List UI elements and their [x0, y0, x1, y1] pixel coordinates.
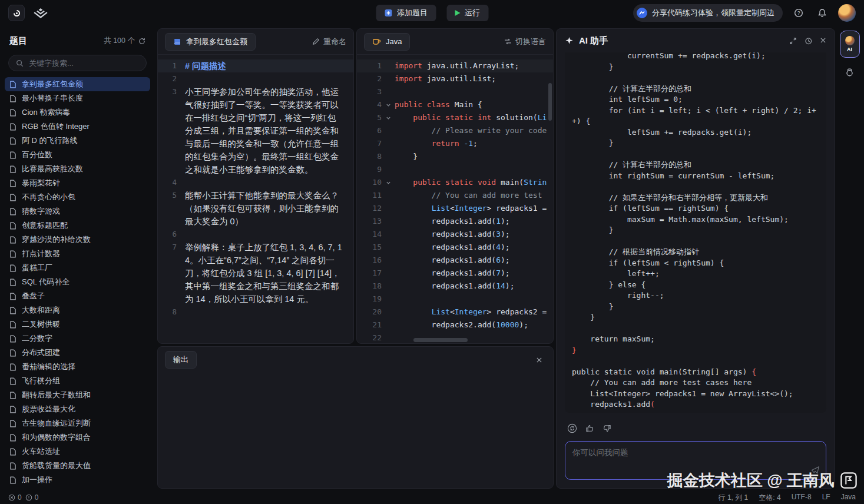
switch-language-button[interactable]: 切换语言: [504, 37, 546, 47]
expand-icon: [789, 37, 797, 45]
sidebar-item[interactable]: 大数和距离: [5, 303, 150, 317]
code-line[interactable]: 5 public static int solution(Li: [357, 111, 553, 124]
code-line[interactable]: 15 redpacks1.add(4);: [357, 241, 553, 254]
sidebar-item[interactable]: 二叉树供暖: [5, 317, 150, 331]
sidebar-item[interactable]: 和为偶数的数字组合: [5, 430, 150, 445]
code-line[interactable]: 16 redpacks1.add(6);: [357, 254, 553, 267]
open-in-window-button[interactable]: [789, 37, 797, 45]
sidebar-item[interactable]: 二分数字: [5, 331, 150, 346]
encoding[interactable]: UTF-8: [792, 493, 812, 503]
add-problem-button[interactable]: 添加题目: [376, 5, 436, 21]
thumbs-up-button[interactable]: [585, 424, 594, 433]
sidebar-item[interactable]: 猜数字游戏: [5, 204, 150, 218]
juejin-logo[interactable]: [31, 7, 51, 19]
code-playground-icon: [12, 9, 21, 18]
sidebar-item[interactable]: Cion 勒索病毒: [5, 105, 150, 120]
sidebar-item[interactable]: 阿 D 的飞行路线: [5, 134, 150, 148]
fold-chevron-icon[interactable]: [382, 111, 395, 124]
sidebar-item[interactable]: RGB 色值转 Integer: [5, 120, 150, 134]
code-line[interactable]: 20 List<Integer> redpacks2 =: [357, 306, 553, 319]
language-mode[interactable]: Java: [841, 493, 856, 503]
sidebar-item[interactable]: 打点计数器: [5, 247, 150, 261]
app-root: 添加题目 运行 分享代码练习体验，领限量定制周边 ?: [0, 0, 864, 504]
sidebar-item[interactable]: 火车站选址: [5, 445, 150, 459]
code-line[interactable]: 8 }: [357, 150, 553, 163]
language-pill[interactable]: Java: [364, 33, 410, 51]
output-close-button[interactable]: [532, 353, 546, 367]
rename-button[interactable]: 重命名: [312, 37, 346, 47]
code-line[interactable]: 4public class Main {: [357, 98, 553, 111]
sidebar-item[interactable]: 叠盘子: [5, 289, 150, 303]
code-line[interactable]: 11 // You can add more test: [357, 189, 553, 202]
sidebar-item[interactable]: 比赛最高获胜次数: [5, 162, 150, 176]
share-banner-button[interactable]: 分享代码练习体验，领限量定制周边: [633, 4, 783, 22]
ai-code-line: // You can add more test cases here: [572, 377, 819, 389]
sidebar-item[interactable]: 最小替换子串长度: [5, 91, 150, 105]
sidebar-item[interactable]: 暴雨梨花针: [5, 176, 150, 190]
sidebar-item[interactable]: 股票收益最大化: [5, 402, 150, 416]
code-line[interactable]: 6 // Please write your code: [357, 124, 553, 137]
fold-chevron-icon[interactable]: [382, 176, 395, 189]
code-line[interactable]: 17 redpacks1.add(7);: [357, 267, 553, 280]
warning-count[interactable]: 0: [25, 493, 39, 502]
sidebar-item[interactable]: 货船载货量的最大值: [5, 459, 150, 473]
ai-question-input[interactable]: [565, 442, 826, 479]
app-logo[interactable]: [8, 5, 25, 21]
problem-title-pill[interactable]: 拿到最多红包金额: [165, 33, 256, 51]
sidebar-item-label: 加一操作: [22, 475, 52, 485]
practice-button[interactable]: [845, 67, 855, 77]
ai-code-line: // 如果左半部分和右半部分相等，更新最大和: [572, 193, 819, 204]
code-line[interactable]: 9: [357, 163, 553, 176]
ai-entry-button[interactable]: AI: [840, 31, 860, 58]
code-line[interactable]: 1import java.util.ArrayList;: [357, 59, 553, 72]
editor-horizontal-scrollbar[interactable]: [413, 338, 468, 342]
code-line[interactable]: 7 return -1;: [357, 137, 553, 150]
code-editor[interactable]: 1import java.util.ArrayList;2import java…: [357, 55, 553, 343]
code-line[interactable]: 13 redpacks1.add(1);: [357, 215, 553, 228]
run-button[interactable]: 运行: [446, 5, 488, 21]
indent-setting[interactable]: 空格: 4: [759, 493, 780, 503]
help-button[interactable]: ?: [791, 5, 806, 21]
history-button[interactable]: [805, 37, 812, 45]
eol-setting[interactable]: LF: [822, 493, 830, 503]
sidebar-item[interactable]: 古生物血缘远近判断: [5, 416, 150, 430]
sidebar-item[interactable]: 穿越沙漠的补给次数: [5, 233, 150, 247]
ai-close-button[interactable]: [820, 37, 826, 45]
user-avatar[interactable]: [838, 4, 856, 22]
fold-gutter: [382, 137, 395, 150]
error-count[interactable]: 0: [8, 493, 22, 502]
code-line[interactable]: 12 List<Integer> redpacks1 =: [357, 202, 553, 215]
code-line[interactable]: 2import java.util.List;: [357, 72, 553, 85]
sidebar-item[interactable]: 蛋糕工厂: [5, 261, 150, 275]
sidebar-item[interactable]: 不再贪心的小包: [5, 190, 150, 204]
sidebar-item[interactable]: 番茄编辑的选择: [5, 360, 150, 374]
code-line[interactable]: 14 redpacks1.add(3);: [357, 228, 553, 241]
sidebar-item[interactable]: 拿到最多红包金额: [5, 77, 150, 91]
code-line[interactable]: 21 redpacks2.add(10000);: [357, 319, 553, 331]
sidebar-item[interactable]: SQL 代码补全: [5, 275, 150, 289]
sidebar-item[interactable]: 两个数列: [5, 487, 150, 489]
ai-message-area[interactable]: currentSum += redpacks.get(i); } // 计算左半…: [557, 52, 835, 417]
editor-vertical-scrollbar[interactable]: [548, 83, 552, 121]
thumbs-down-button[interactable]: [603, 424, 611, 433]
sidebar-item[interactable]: 翻转后最大子数组和: [5, 388, 150, 402]
code-line[interactable]: 10 public static void main(Strin: [357, 176, 553, 189]
code-line[interactable]: 19: [357, 293, 553, 306]
refresh-list-button[interactable]: [138, 38, 145, 45]
cursor-position[interactable]: 行 1, 列 1: [719, 493, 749, 503]
notifications-button[interactable]: [815, 5, 830, 21]
fold-chevron-icon[interactable]: [382, 98, 395, 111]
sidebar-item[interactable]: 加一操作: [5, 473, 150, 487]
document-icon: [9, 180, 16, 187]
sidebar-item[interactable]: 飞行棋分组: [5, 374, 150, 388]
code-line[interactable]: 3: [357, 85, 553, 98]
sidebar-item[interactable]: 创意标题匹配: [5, 218, 150, 233]
problem-text: [185, 72, 351, 85]
code-line[interactable]: 18 redpacks1.add(14);: [357, 280, 553, 293]
regenerate-button[interactable]: [567, 423, 577, 433]
send-button[interactable]: [811, 466, 820, 475]
search-input[interactable]: [28, 58, 139, 68]
status-bar: 0 0 行 1, 列 1 空格: 4 UTF-8 LF Java: [0, 491, 864, 504]
sidebar-item[interactable]: 百分位数: [5, 148, 150, 162]
sidebar-item[interactable]: 分布式团建: [5, 346, 150, 360]
